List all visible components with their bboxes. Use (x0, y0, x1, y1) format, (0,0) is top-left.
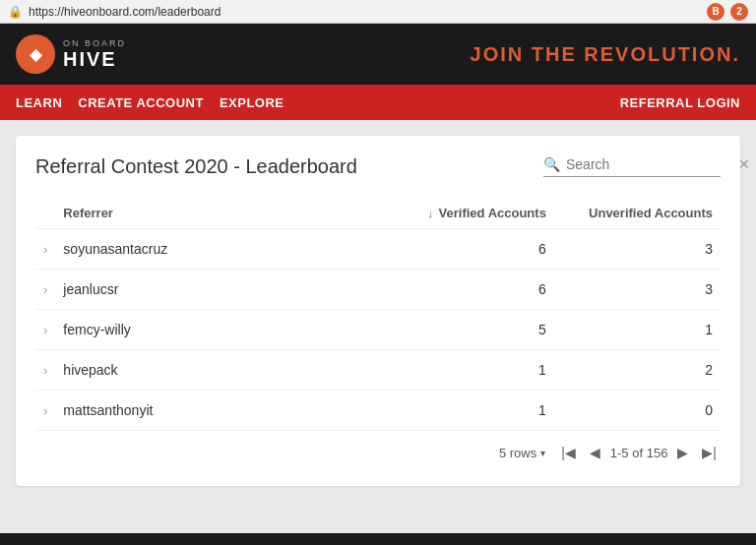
table-row: › mattsanthonyit 1 0 (35, 391, 721, 431)
row-unverified-count: 3 (554, 229, 721, 270)
sort-down-icon: ↓ (427, 208, 433, 219)
browser-bar: 🔒 https://hiveonboard.com/leaderboard B … (0, 0, 756, 24)
row-verified-count: 6 (388, 229, 554, 270)
row-unverified-count: 0 (554, 391, 721, 431)
referrer-col-header: Referrer (55, 198, 387, 229)
url-bar[interactable]: https://hiveonboard.com/leaderboard (29, 5, 707, 19)
row-verified-count: 1 (388, 391, 554, 431)
nav-explore[interactable]: EXPLORE (220, 95, 284, 110)
brave-icon: B (707, 3, 724, 21)
page-info: 1-5 of 156 (610, 446, 668, 460)
row-referrer-name: soyunasantacruz (55, 229, 387, 270)
row-unverified-count: 3 (554, 270, 721, 310)
rows-label: 5 rows (499, 446, 536, 460)
verified-col-header: ↓ Verified Accounts (388, 198, 554, 229)
card-header: Referral Contest 2020 - Leaderboard 🔍 ✕ (35, 155, 721, 178)
row-unverified-count: 1 (554, 310, 721, 350)
nav-referral-login[interactable]: REFERRAL LOGIN (620, 95, 740, 110)
row-referrer-name: jeanlucsr (55, 270, 387, 310)
pagination: 5 rows ▾ |◀ ◀ 1-5 of 156 ▶ ▶| (35, 431, 721, 466)
table-header-row: Referrer ↓ Verified Accounts Unverified … (35, 198, 721, 229)
logo-area[interactable]: ◆ ON BOARD HIVE (16, 34, 126, 74)
row-verified-count: 6 (388, 270, 554, 310)
row-verified-count: 1 (388, 350, 554, 391)
logo-hive: HIVE (63, 48, 126, 71)
site-header: ◆ ON BOARD HIVE JOIN THE REVOLUTION. (0, 24, 756, 85)
search-clear-icon[interactable]: ✕ (738, 156, 750, 172)
row-expand-btn[interactable]: › (35, 310, 55, 350)
prev-page-button[interactable]: ◀ (586, 443, 604, 462)
main-content: Referral Contest 2020 - Leaderboard 🔍 ✕ … (0, 120, 756, 533)
row-expand-btn[interactable]: › (35, 229, 55, 270)
row-expand-btn[interactable]: › (35, 270, 55, 310)
search-icon: 🔍 (543, 156, 560, 172)
row-unverified-count: 2 (554, 350, 721, 391)
tagline-prefix: JOIN THE (471, 43, 585, 65)
row-expand-btn[interactable]: › (35, 350, 55, 391)
leaderboard-card: Referral Contest 2020 - Leaderboard 🔍 ✕ … (16, 136, 740, 486)
table-row: › femcy-willy 5 1 (35, 310, 721, 350)
tagline-accent: REVOLUTION (584, 43, 732, 65)
lock-icon: 🔒 (8, 5, 23, 19)
row-verified-count: 5 (388, 310, 554, 350)
site-footer: hiveonboard.com - @hiveonboard - created… (0, 533, 756, 545)
table-row: › soyunasantacruz 6 3 (35, 229, 721, 270)
table-body: › soyunasantacruz 6 3 › jeanlucsr 6 3 › … (35, 229, 721, 431)
nav-bar: LEARN CREATE ACCOUNT EXPLORE REFERRAL LO… (0, 85, 756, 120)
page-nav: |◀ ◀ 1-5 of 156 ▶ ▶| (557, 443, 721, 462)
logo-text: ON BOARD HIVE (63, 38, 126, 71)
table-row: › jeanlucsr 6 3 (35, 270, 721, 310)
nav-create-account[interactable]: CREATE ACCOUNT (78, 95, 204, 110)
tagline-suffix: . (732, 43, 740, 65)
nav-right: REFERRAL LOGIN (620, 94, 740, 110)
rows-chevron-icon[interactable]: ▾ (540, 448, 545, 458)
search-box[interactable]: 🔍 ✕ (543, 156, 721, 177)
unverified-col-header: Unverified Accounts (554, 198, 721, 229)
leaderboard-table: Referrer ↓ Verified Accounts Unverified … (35, 198, 721, 431)
row-referrer-name: hivepack (55, 350, 387, 391)
last-page-button[interactable]: ▶| (698, 443, 721, 462)
row-expand-btn[interactable]: › (35, 391, 55, 431)
expand-col-header (35, 198, 55, 229)
nav-left: LEARN CREATE ACCOUNT EXPLORE (16, 95, 284, 110)
notification-icon: 2 (730, 3, 748, 21)
search-input[interactable] (566, 156, 738, 172)
row-referrer-name: mattsanthonyit (55, 391, 387, 431)
table-row: › hivepack 1 2 (35, 350, 721, 391)
tagline: JOIN THE REVOLUTION. (471, 43, 740, 66)
nav-learn[interactable]: LEARN (16, 95, 62, 110)
hive-logo-icon: ◆ (16, 34, 55, 74)
next-page-button[interactable]: ▶ (673, 443, 692, 462)
rows-per-page-select[interactable]: 5 rows ▾ (499, 446, 545, 460)
row-referrer-name: femcy-willy (55, 310, 387, 350)
logo-onboard: ON BOARD (63, 38, 126, 48)
card-title: Referral Contest 2020 - Leaderboard (35, 155, 357, 178)
first-page-button[interactable]: |◀ (557, 443, 580, 462)
